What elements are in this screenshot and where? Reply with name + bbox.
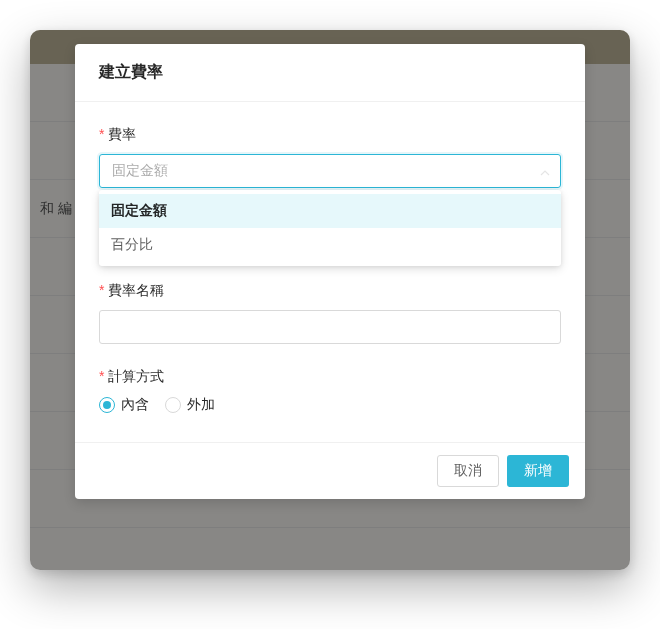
calc-method-field-group: 計算方式 內含 外加	[99, 368, 561, 414]
calc-method-label: 計算方式	[99, 368, 561, 386]
radio-label: 內含	[121, 396, 149, 414]
chevron-down-icon	[540, 166, 550, 176]
rate-name-field-group: 費率名稱	[99, 282, 561, 344]
button-label: 取消	[454, 462, 482, 480]
rate-select[interactable]: 固定金額	[99, 154, 561, 188]
calc-method-radio-group: 內含 外加	[99, 396, 561, 414]
radio-exclusive[interactable]: 外加	[165, 396, 215, 414]
modal-footer: 取消 新增	[75, 442, 585, 499]
radio-icon	[99, 397, 115, 413]
option-label: 百分比	[111, 236, 153, 252]
rate-select-value: 固定金額	[112, 162, 168, 180]
rate-field-group: 費率 固定金額 固定金額 百分比	[99, 126, 561, 258]
button-label: 新增	[524, 462, 552, 480]
create-rate-modal: 建立費率 費率 固定金額 固定金額 百分比 費率名稱	[75, 44, 585, 499]
rate-dropdown: 固定金額 百分比	[99, 190, 561, 266]
option-label: 固定金額	[111, 202, 167, 218]
radio-dot-icon	[103, 401, 111, 409]
radio-icon	[165, 397, 181, 413]
radio-label: 外加	[187, 396, 215, 414]
rate-option-fixed[interactable]: 固定金額	[99, 194, 561, 228]
modal-header: 建立費率	[75, 44, 585, 102]
rate-name-input[interactable]	[99, 310, 561, 344]
rate-name-label: 費率名稱	[99, 282, 561, 300]
submit-button[interactable]: 新增	[507, 455, 569, 487]
cancel-button[interactable]: 取消	[437, 455, 499, 487]
modal-title: 建立費率	[99, 62, 561, 83]
rate-option-percent[interactable]: 百分比	[99, 228, 561, 262]
radio-inclusive[interactable]: 內含	[99, 396, 149, 414]
rate-label: 費率	[99, 126, 561, 144]
modal-body: 費率 固定金額 固定金額 百分比 費率名稱 計算方式	[75, 102, 585, 442]
